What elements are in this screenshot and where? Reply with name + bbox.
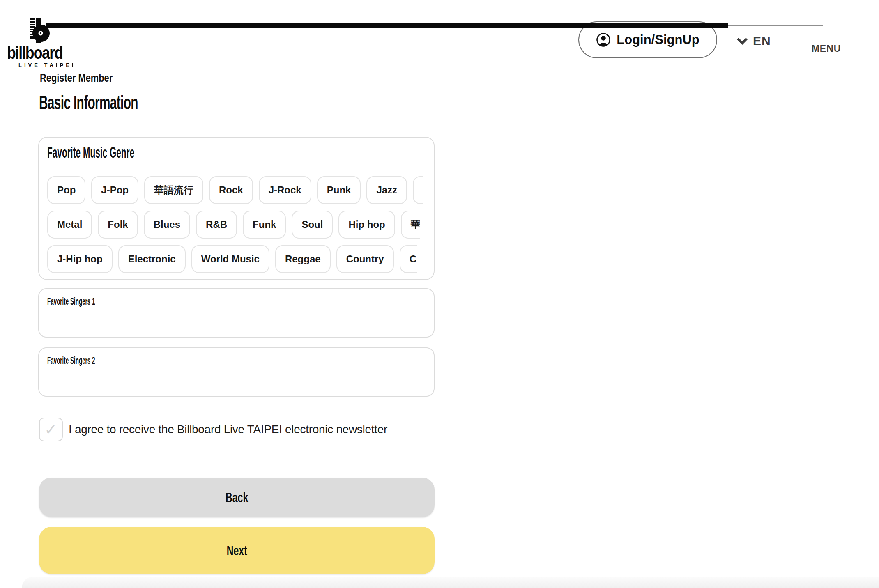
- genre-chip-label: J-Rock: [269, 184, 301, 196]
- favorite-singers-2-input[interactable]: [47, 370, 425, 392]
- genre-card-title: Favorite Music Genre: [47, 144, 134, 161]
- genre-chip[interactable]: Reggae: [275, 245, 331, 273]
- header-rule-thick: [46, 23, 728, 28]
- check-icon: ✓: [44, 422, 58, 437]
- genre-chip-label: World Music: [201, 253, 260, 265]
- newsletter-label: I agree to receive the Billboard Live TA…: [69, 423, 387, 436]
- next-button-label: Next: [226, 542, 247, 558]
- back-button-label: Back: [226, 489, 248, 505]
- genre-chip-label: Punk: [327, 184, 351, 196]
- genre-chip-label: Rock: [219, 184, 243, 196]
- genre-chip[interactable]: 華: [401, 211, 420, 239]
- footer-strip: [22, 577, 879, 588]
- genre-chip[interactable]: Jazz: [366, 176, 407, 204]
- favorite-singers-1-label: Favorite Singers 1: [47, 296, 95, 307]
- header-rule-thin: [728, 25, 823, 26]
- genre-chip-row: MetalFolkBluesR&BFunkSoulHip hop華: [47, 211, 427, 239]
- genre-chip[interactable]: 華語流行: [144, 176, 203, 204]
- favorite-singers-1-field[interactable]: Favorite Singers 1: [38, 288, 435, 338]
- genre-chip-row: PopJ-Pop華語流行RockJ-RockPunkJazz: [47, 176, 427, 204]
- genre-chip[interactable]: Rock: [209, 176, 253, 204]
- genre-chip-label: C: [410, 253, 416, 265]
- login-signup-label: Login/SignUp: [617, 32, 699, 47]
- genre-chip[interactable]: Punk: [317, 176, 361, 204]
- newsletter-agree-row: ✓ I agree to receive the Billboard Live …: [39, 418, 387, 441]
- next-button[interactable]: Next: [39, 527, 435, 574]
- genre-chip-label: 華: [411, 218, 420, 231]
- genre-chip[interactable]: Electronic: [118, 245, 186, 273]
- user-icon: [596, 32, 611, 47]
- genre-chip[interactable]: Soul: [292, 211, 333, 239]
- genre-chip[interactable]: Folk: [98, 211, 138, 239]
- genre-chip-label: J-Hip hop: [57, 253, 103, 265]
- page-title: Basic Information: [39, 91, 138, 114]
- genre-chip[interactable]: C: [400, 245, 417, 273]
- genre-chip[interactable]: Blues: [144, 211, 190, 239]
- genre-chip[interactable]: J-Hip hop: [47, 245, 113, 273]
- genre-chip[interactable]: [413, 176, 423, 204]
- genre-chip-label: Country: [346, 253, 384, 265]
- genre-chip[interactable]: Pop: [47, 176, 85, 204]
- favorite-music-genre-card: Favorite Music Genre PopJ-Pop華語流行RockJ-R…: [38, 137, 435, 280]
- genre-rows: PopJ-Pop華語流行RockJ-RockPunkJazzMetalFolkB…: [47, 176, 427, 273]
- language-label: EN: [753, 34, 771, 48]
- billboard-logo[interactable]: billboard LIVE TAIPEI: [7, 18, 81, 68]
- genre-chip-row: J-Hip hopElectronicWorld MusicReggaeCoun…: [47, 245, 427, 273]
- genre-chip-label: Hip hop: [348, 219, 385, 230]
- genre-chip[interactable]: Funk: [243, 211, 286, 239]
- chevron-down-icon: [736, 37, 748, 45]
- genre-chip-label: Pop: [57, 184, 76, 196]
- genre-chip-label: Blues: [154, 219, 180, 230]
- favorite-singers-2-field[interactable]: Favorite Singers 2: [38, 347, 435, 397]
- genre-chip-label: Soul: [301, 219, 323, 230]
- back-button[interactable]: Back: [39, 478, 435, 517]
- genre-chip-label: Jazz: [376, 184, 397, 196]
- favorite-singers-2-label: Favorite Singers 2: [47, 355, 95, 366]
- genre-chip[interactable]: J-Rock: [259, 176, 311, 204]
- genre-chip-label: 華語流行: [154, 184, 193, 197]
- language-selector[interactable]: EN: [736, 34, 771, 48]
- register-member-page: billboard LIVE TAIPEI Login/SignUp EN ME…: [0, 0, 879, 588]
- genre-chip-label: J-Pop: [101, 184, 129, 196]
- logo-wordmark: billboard: [7, 44, 62, 62]
- logo-subtitle: LIVE TAIPEI: [18, 62, 81, 68]
- genre-chip[interactable]: Hip hop: [338, 211, 395, 239]
- genre-chip-label: Folk: [108, 219, 128, 230]
- genre-chip-label: R&B: [206, 219, 227, 230]
- newsletter-checkbox[interactable]: ✓: [39, 418, 63, 441]
- genre-chip-label: Funk: [253, 219, 276, 230]
- genre-chip[interactable]: Metal: [47, 211, 92, 239]
- favorite-singers-1-input[interactable]: [47, 310, 425, 333]
- genre-chip[interactable]: Country: [336, 245, 394, 273]
- genre-chip[interactable]: J-Pop: [91, 176, 138, 204]
- breadcrumb: Register Member: [40, 71, 113, 85]
- billboard-b-icon: [30, 18, 51, 44]
- genre-chip-label: Metal: [57, 219, 82, 230]
- menu-button[interactable]: MENU: [791, 37, 862, 54]
- genre-chip-label: Reggae: [285, 253, 321, 265]
- genre-chip[interactable]: R&B: [196, 211, 237, 239]
- genre-chip-label: Electronic: [128, 253, 176, 265]
- menu-label: MENU: [791, 43, 862, 54]
- genre-chip[interactable]: World Music: [191, 245, 269, 273]
